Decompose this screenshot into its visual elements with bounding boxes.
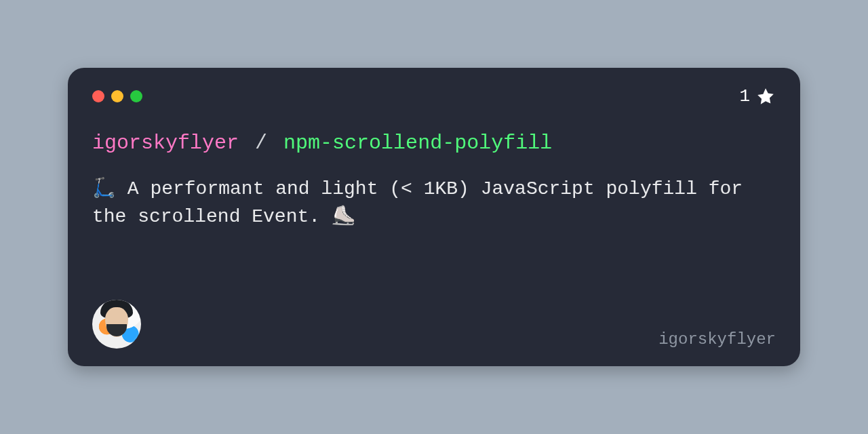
stars-count: 1 xyxy=(739,86,750,106)
repo-owner: igorskyflyer xyxy=(92,132,239,155)
avatar xyxy=(92,300,141,349)
repo-description: 🛴 A performant and light (< 1KB) JavaScr… xyxy=(92,176,757,231)
repo-name: npm-scrollend-polyfill xyxy=(283,132,552,155)
repo-card: 1 igorskyflyer / npm-scrollend-polyfill … xyxy=(68,68,800,366)
window-traffic-lights xyxy=(92,90,142,102)
repo-title: igorskyflyer / npm-scrollend-polyfill xyxy=(92,130,776,157)
traffic-light-close-icon xyxy=(92,90,104,102)
traffic-light-zoom-icon xyxy=(130,90,142,102)
avatar-beard xyxy=(106,324,127,336)
stars-badge: 1 xyxy=(739,86,776,106)
card-footer: igorskyflyer xyxy=(92,300,776,349)
star-icon xyxy=(755,86,776,106)
card-topbar: 1 xyxy=(92,87,776,106)
traffic-light-minimize-icon xyxy=(111,90,123,102)
repo-separator: / xyxy=(255,132,267,155)
footer-handle: igorskyflyer xyxy=(658,330,776,349)
